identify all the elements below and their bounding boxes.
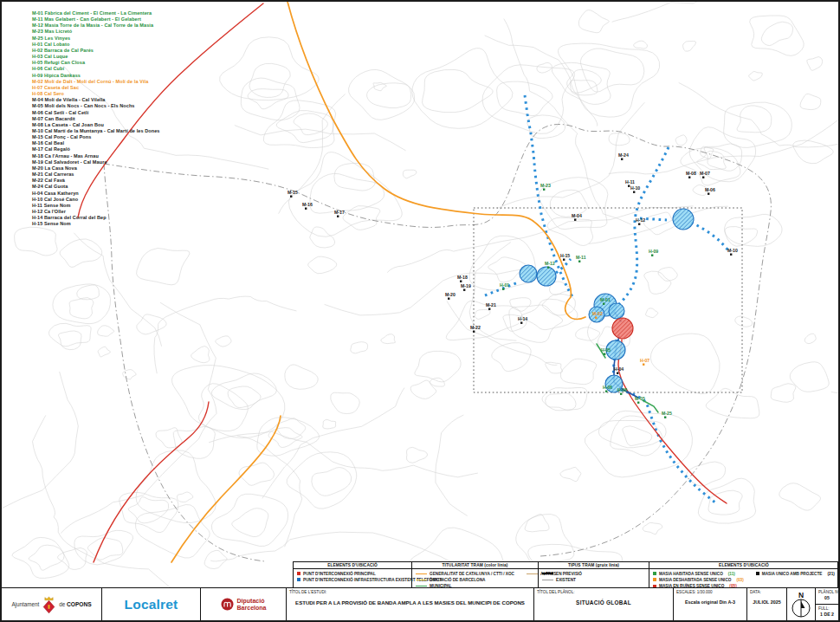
- masia-list-item: M-08 La Caseta - Cal Joan Bou: [32, 122, 160, 128]
- map-label: M-10: [727, 248, 738, 253]
- legend-item-label: MASIA UNICO AMB PROJECTE: [762, 572, 823, 576]
- legend-section-title: TIPUS TRAM (gruix línia): [539, 562, 649, 569]
- masia-list-item: H-15 Sense Nom: [32, 221, 160, 227]
- interconnection-point-telefonica: [673, 209, 694, 230]
- map-label: H-01: [500, 282, 509, 288]
- plan-number: 05: [816, 595, 838, 600]
- legend-swatch-icon: [542, 580, 553, 580]
- map-label: H-14: [518, 316, 527, 321]
- legend-swatch-icon: [416, 580, 427, 580]
- masia-list-item: H-04 Casa Katheryn: [32, 191, 160, 197]
- legend-item-label: DIPUTACIÓ DE BARCELONA: [430, 578, 486, 582]
- legend-item-count: (03): [736, 578, 743, 582]
- masia-list-item: M-19 Cal Salvadoret - Cal Maure: [32, 159, 160, 165]
- masia-marker-icon: [617, 373, 618, 374]
- ajuntament-copons-logo: Ajuntament de COPONS: [2, 588, 102, 620]
- masia-list-item: M-22 Cal Favà: [32, 178, 160, 184]
- map-label: M-04: [572, 213, 582, 218]
- map-label: M-20: [445, 292, 456, 297]
- localret-wordmark: Localret: [125, 597, 178, 612]
- masia-marker-icon: [595, 317, 597, 319]
- masia-list-item: M-18 Ca l'Arnau - Mas Arnau: [32, 153, 160, 159]
- map-label: M-05: [635, 396, 645, 401]
- title-block: Ajuntament de COPONS Localret DiputacióB…: [2, 587, 838, 620]
- masia-marker-icon: [702, 177, 704, 178]
- masia-marker-icon: [633, 191, 635, 193]
- map-label: H-15: [560, 253, 570, 258]
- legend-item-label: EN PREVISIÓ: [556, 572, 582, 576]
- study-title-label: TÍTOL DE L'ESTUDI:: [289, 590, 326, 594]
- plan-title: SITUACIÓ GLOBAL: [536, 599, 671, 606]
- masia-list-item: H-01 Cal Lobato: [32, 42, 160, 48]
- legend-section: TIPUS TRAM (gruix línia)EN PREVISIÓEXIST…: [539, 562, 649, 590]
- legend-item-label: GENERALITAT DE CATALUNYA / CTTI / XOC: [430, 572, 514, 576]
- masia-marker-icon: [473, 331, 475, 333]
- plan-sheet: M-15M-16M-17M-24M-23M-04H-11H-10M-08M-07…: [0, 0, 840, 622]
- masia-marker-icon: [502, 288, 504, 290]
- map-label: M-22: [470, 325, 481, 330]
- legend-item-label: MASIA DESHABITADA SENSE UNICO: [659, 578, 731, 582]
- legend-section: ELEMENTS D'UBICACIÓMASIA HABITADA SENSE …: [649, 562, 838, 590]
- masia-list-item: H-12 Ca l'Oller: [32, 209, 160, 215]
- diputacio-barcelona-logo: DiputacióBarcelona: [201, 588, 287, 620]
- legend-section-title: ELEMENTS D'UBICACIÓ: [294, 562, 411, 569]
- masia-marker-icon: [603, 303, 604, 305]
- masia-list-item: M-12 Masia Torre de la Masia - Cal Torre…: [32, 23, 160, 29]
- masia-list-item: M-07 Can Bacardit: [32, 116, 160, 122]
- map-label: M-25: [662, 411, 672, 416]
- masia-list-item: M-16 Cal Beal: [32, 140, 160, 146]
- masia-marker-icon: [488, 308, 490, 310]
- north-arrow-icon: N: [790, 590, 812, 619]
- map-label: M-16: [302, 202, 313, 207]
- network-routes: [78, 2, 727, 562]
- sheet-of-label: FULL:: [818, 606, 830, 611]
- masia-marker-icon: [605, 391, 607, 392]
- masia-marker-icon: [460, 281, 462, 282]
- date-label: DATA:: [750, 590, 761, 594]
- route-xarxa-central: [618, 340, 727, 503]
- legend-swatch-icon: [416, 573, 427, 574]
- masia-marker-icon: [620, 393, 622, 395]
- masia-list-item: H-03 Cal Luque: [32, 54, 160, 60]
- masia-marker-icon: [664, 417, 666, 418]
- masia-marker-icon: [305, 208, 307, 210]
- masia-list-item: M-06 Cal Setlí - Cal Cetlí: [32, 110, 160, 116]
- map-label: H-04: [614, 366, 624, 372]
- sheet-of-value: 1 DE 2: [816, 612, 838, 617]
- masia-list-item: M-21 Cal Carreras: [32, 172, 160, 178]
- study-title: ESTUDI PER A LA PROVISIÓ DE BANDA AMPLA …: [288, 599, 532, 606]
- masia-marker-icon: [651, 255, 653, 256]
- masia-marker-icon: [543, 189, 545, 191]
- copons-label-post: de COPONS: [59, 601, 91, 607]
- map-label: M-18: [457, 275, 468, 280]
- masia-list-item: H-07 Caseta del Sac: [32, 85, 160, 91]
- plan-title-label: TÍTOL DEL PLÀNOL:: [537, 590, 575, 594]
- masia-list-item: M-15 Cal Ponç - Cal Pons: [32, 134, 160, 140]
- masia-marker-icon: [604, 353, 605, 355]
- masia-marker-icon: [448, 298, 449, 300]
- masia-list-item: H-11 Sense Nom: [32, 203, 160, 209]
- map-label: M-02: [592, 311, 603, 316]
- legend-section-title: ELEMENTS D'UBICACIÓ: [649, 562, 838, 569]
- municipal-boundary: [104, 124, 771, 561]
- masia-list-item: H-05 Refugi Can Closa: [32, 60, 160, 66]
- masia-legend-list: M-01 Fàbrica del Ciment - El Ciment - La…: [32, 10, 160, 227]
- masia-marker-icon: [643, 364, 644, 366]
- legend-item: GENERALITAT DE CATALUNYA / CTTI / XOC: [416, 572, 514, 576]
- legend-section-title: TITULARITAT TRAM (color línia): [412, 562, 538, 569]
- scale-label: ESCALES: 1/30.000: [676, 590, 713, 594]
- legend-item-label: PUNT D'INTERCONNEXIÓ PRINCIPAL: [303, 572, 376, 576]
- map-label: M-11: [576, 255, 586, 260]
- legend-item-label: EXISTENT: [556, 578, 576, 582]
- legend-swatch-icon: [653, 572, 656, 575]
- masia-marker-icon: [637, 402, 639, 404]
- interconnection-point-telefonica: [609, 303, 624, 319]
- masia-list-item: H-14 Barraca del Corral del Bep: [32, 215, 160, 221]
- map-label: M-06: [705, 187, 715, 192]
- legend-swatch-icon: [653, 578, 656, 581]
- masia-list-item: M-05 Molí dels Nocs - Can Nocs - Els Noc…: [32, 103, 160, 109]
- interconnection-point-telefonica: [537, 267, 556, 286]
- plan-number-label: PLÀNOL Nº:: [818, 590, 840, 594]
- masia-list-item: M-10 Cal Martí de la Muntanya - Cal Mart…: [32, 128, 160, 134]
- map-label: M-07: [700, 171, 710, 176]
